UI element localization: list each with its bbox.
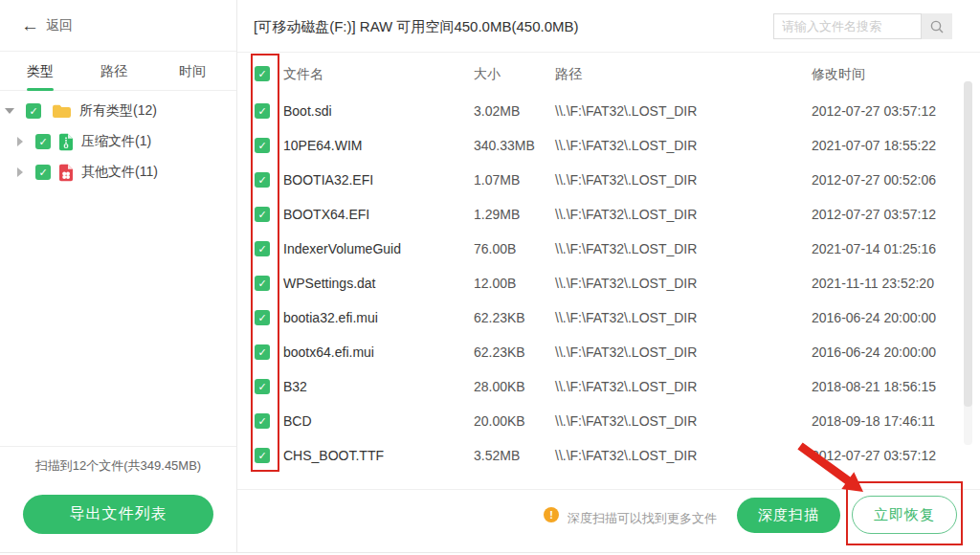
tree-item-other-files[interactable]: 其他文件(11) [0, 157, 236, 188]
tab-time[interactable]: 时间 [179, 52, 206, 91]
tab-type[interactable]: 类型 [27, 52, 54, 91]
file-size-cell: 1.29MB [474, 197, 520, 232]
drive-title: [可移动磁盘(F:)] RAW 可用空间450.0MB(450.0MB) [254, 18, 579, 36]
file-time-cell: 2016-06-24 20:00:00 [812, 300, 936, 335]
row-checkbox[interactable] [255, 103, 270, 119]
table-row[interactable]: B32 28.00KB \\.\F:\FAT32\.LOST_DIR 2018-… [237, 369, 980, 404]
tree-item-label: 压缩文件(1) [81, 133, 151, 150]
file-time-cell: 2021-07-07 18:55:22 [812, 128, 936, 163]
file-path-cell: \\.\F:\FAT32\.LOST_DIR [555, 197, 697, 232]
file-name-cell: BOOTX64.EFI [283, 197, 369, 232]
scrollbar-track[interactable] [964, 81, 972, 445]
file-time-cell: 2021-11-11 23:52:20 [812, 266, 934, 300]
column-header-path: 路径 [555, 59, 582, 88]
file-path-cell: \\.\F:\FAT32\.LOST_DIR [555, 369, 697, 404]
table-header: 文件名 大小 路径 修改时间 [237, 59, 980, 88]
row-checkbox[interactable] [255, 310, 270, 325]
tree-checkbox[interactable] [35, 165, 51, 180]
table-row[interactable]: BCD 20.00KB \\.\F:\FAT32\.LOST_DIR 2018-… [237, 404, 980, 438]
file-size-cell: 76.00B [474, 232, 516, 266]
sidebar-tabs: 类型 路径 时间 [0, 52, 236, 91]
row-checkbox[interactable] [255, 241, 270, 256]
deep-scan-button[interactable]: 深度扫描 [737, 498, 840, 533]
file-size-cell: 20.00KB [474, 404, 525, 438]
search-input[interactable] [773, 13, 922, 39]
tree-item-label: 所有类型(12) [79, 102, 157, 120]
file-path-cell: \\.\F:\FAT32\.LOST_DIR [555, 232, 697, 266]
other-file-icon [58, 164, 74, 182]
caret-collapsed-icon[interactable] [17, 167, 23, 177]
file-name-cell: CHS_BOOT.TTF [283, 438, 384, 473]
folder-icon [52, 103, 72, 120]
tab-path[interactable]: 路径 [100, 52, 127, 91]
scrollbar-thumb[interactable] [964, 81, 972, 407]
row-checkbox[interactable] [255, 172, 270, 188]
select-all-checkbox[interactable] [255, 66, 270, 81]
export-file-list-button[interactable]: 导出文件列表 [23, 495, 213, 534]
table-row[interactable]: bootia32.efi.mui 62.23KB \\.\F:\FAT32\.L… [237, 300, 980, 335]
file-path-cell: \\.\F:\FAT32\.LOST_DIR [555, 163, 697, 197]
table-rows: Boot.sdi 3.02MB \\.\F:\FAT32\.LOST_DIR 2… [237, 94, 980, 473]
sidebar-divider [0, 446, 236, 447]
file-size-cell: 62.23KB [474, 300, 525, 335]
recover-now-button[interactable]: 立即恢复 [852, 496, 957, 534]
table-row[interactable]: bootx64.efi.mui 62.23KB \\.\F:\FAT32\.LO… [237, 335, 980, 369]
file-size-cell: 1.07MB [474, 163, 520, 197]
file-path-cell: \\.\F:\FAT32\.LOST_DIR [555, 128, 697, 163]
caret-collapsed-icon[interactable] [17, 137, 23, 146]
tree-item-label: 其他文件(11) [81, 164, 158, 181]
file-name-cell: BOOTIA32.EFI [283, 163, 373, 197]
file-name-cell: BCD [283, 404, 312, 438]
caret-expanded-icon[interactable] [5, 108, 14, 114]
table-row[interactable]: IndexerVolumeGuid 76.00B \\.\F:\FAT32\.L… [237, 232, 980, 266]
file-size-cell: 12.00B [474, 266, 516, 300]
tree-item-all-types[interactable]: 所有类型(12) [0, 96, 236, 126]
file-time-cell: 2018-09-18 17:46:11 [812, 404, 935, 438]
row-checkbox[interactable] [255, 344, 270, 360]
row-checkbox[interactable] [255, 379, 270, 394]
file-name-cell: B32 [283, 369, 307, 404]
search-button[interactable] [922, 13, 952, 39]
search-icon [929, 19, 945, 34]
row-checkbox[interactable] [255, 413, 270, 429]
column-header-time: 修改时间 [812, 59, 865, 88]
tree-item-archives[interactable]: 压缩文件(1) [0, 126, 236, 157]
table-row[interactable]: 10PE64.WIM 340.33MB \\.\F:\FAT32\.LOST_D… [237, 128, 980, 163]
file-size-cell: 340.33MB [474, 128, 535, 163]
column-header-size: 大小 [474, 59, 501, 88]
warning-icon [544, 507, 559, 522]
column-header-name: 文件名 [283, 59, 323, 88]
row-checkbox[interactable] [255, 207, 270, 222]
table-row[interactable]: Boot.sdi 3.02MB \\.\F:\FAT32\.LOST_DIR 2… [237, 94, 980, 128]
table-row[interactable]: CHS_BOOT.TTF 3.52MB \\.\F:\FAT32\.LOST_D… [237, 438, 980, 473]
file-path-cell: \\.\F:\FAT32\.LOST_DIR [555, 335, 697, 369]
sidebar: ← 返回 类型 路径 时间 所有类型(12) [0, 0, 237, 553]
bottom-bar: 深度扫描可以找到更多文件 深度扫描 立即恢复 [237, 489, 980, 552]
back-button[interactable]: ← 返回 [0, 0, 236, 52]
deep-scan-hint: 深度扫描可以找到更多文件 [568, 510, 717, 527]
file-size-cell: 3.52MB [474, 438, 520, 473]
file-time-cell: 2018-08-21 18:56:15 [812, 369, 936, 404]
file-size-cell: 3.02MB [474, 94, 520, 128]
file-size-cell: 62.23KB [474, 335, 525, 369]
table-row[interactable]: BOOTIA32.EFI 1.07MB \\.\F:\FAT32\.LOST_D… [237, 163, 980, 197]
back-arrow-icon: ← [21, 16, 39, 34]
file-name-cell: Boot.sdi [283, 94, 332, 128]
file-recovery-window: ← 返回 类型 路径 时间 所有类型(12) [0, 0, 980, 555]
file-path-cell: \\.\F:\FAT32\.LOST_DIR [555, 266, 697, 300]
tree-checkbox[interactable] [35, 134, 51, 149]
header-divider [237, 52, 980, 53]
row-checkbox[interactable] [255, 138, 270, 153]
back-label: 返回 [46, 17, 73, 34]
table-row[interactable]: WPSettings.dat 12.00B \\.\F:\FAT32\.LOST… [237, 266, 980, 300]
file-name-cell: 10PE64.WIM [283, 128, 362, 163]
scan-summary: 扫描到12个文件(共349.45MB) [0, 457, 236, 475]
file-path-cell: \\.\F:\FAT32\.LOST_DIR [555, 438, 697, 473]
row-checkbox[interactable] [255, 448, 270, 463]
tree-checkbox[interactable] [26, 103, 41, 119]
row-checkbox[interactable] [255, 276, 270, 291]
file-name-cell: bootia32.efi.mui [283, 300, 378, 335]
file-name-cell: IndexerVolumeGuid [283, 232, 401, 266]
file-time-cell: 2016-06-24 20:00:00 [812, 335, 936, 369]
table-row[interactable]: BOOTX64.EFI 1.29MB \\.\F:\FAT32\.LOST_DI… [237, 197, 980, 232]
